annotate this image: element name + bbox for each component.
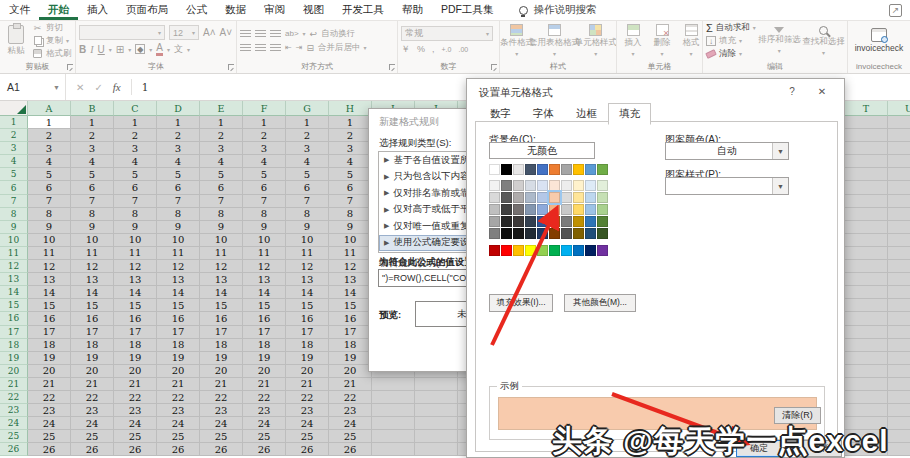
row-header-12[interactable]: 12 [0,260,28,273]
decrease-decimal-icon[interactable]: .00 [458,46,468,53]
autosum-button[interactable]: Σ自动求和▾ [706,22,756,34]
cell-B7[interactable]: 7 [71,195,114,208]
column-header-E[interactable]: E [200,101,243,116]
cell-T17[interactable] [845,326,888,339]
chevron-down-icon[interactable]: ▼ [772,178,788,194]
cell-B18[interactable]: 18 [71,339,114,352]
decrease-indent-icon[interactable]: ⇤ [285,43,292,52]
fill-color-icon[interactable]: ◆ [135,44,145,54]
cell-F20[interactable]: 20 [243,365,286,378]
color-swatch-D0CECE[interactable] [513,180,524,191]
color-swatch-161616[interactable] [513,228,524,239]
cell-G19[interactable]: 19 [286,352,329,365]
cell-C7[interactable]: 7 [114,195,157,208]
cell-G16[interactable]: 16 [286,312,329,325]
cell-D18[interactable]: 18 [157,339,200,352]
cell-J24[interactable] [415,417,458,430]
color-swatch-FFC000[interactable] [573,164,584,175]
cell-J26[interactable] [415,443,458,456]
name-box-dropdown-icon[interactable]: ▼ [53,84,60,91]
clipboard-launcher-icon[interactable] [67,64,73,70]
cell-T21[interactable] [845,378,888,391]
cell-G5[interactable]: 5 [286,168,329,181]
share-icon[interactable]: ↗ [889,4,902,17]
color-swatch-ACB9CA[interactable] [525,192,536,203]
cell-E10[interactable]: 10 [200,234,243,247]
row-header-11[interactable]: 11 [0,247,28,260]
cell-C19[interactable]: 19 [114,352,157,365]
cell-B22[interactable]: 22 [71,391,114,404]
cell-T7[interactable] [845,195,888,208]
cell-B15[interactable]: 15 [71,299,114,312]
cell-U19[interactable] [888,352,910,365]
cell-U2[interactable] [888,129,910,142]
cell-H16[interactable]: 16 [329,312,372,325]
cell-E13[interactable]: 13 [200,273,243,286]
color-swatch-FFC000[interactable] [513,245,524,256]
cell-F7[interactable]: 7 [243,195,286,208]
row-header-5[interactable]: 5 [0,168,28,181]
align-middle-icon[interactable] [255,30,266,37]
cell-T13[interactable] [845,273,888,286]
color-swatch-000000[interactable] [501,164,512,175]
cell-A19[interactable]: 19 [28,352,71,365]
cell-A3[interactable]: 3 [28,142,71,155]
cell-D17[interactable]: 17 [157,326,200,339]
cell-E2[interactable]: 2 [200,129,243,142]
cell-E26[interactable]: 26 [200,443,243,456]
cell-B13[interactable]: 13 [71,273,114,286]
cell-D7[interactable]: 7 [157,195,200,208]
cell-G24[interactable]: 24 [286,417,329,430]
cell-B14[interactable]: 14 [71,286,114,299]
cell-C12[interactable]: 12 [114,260,157,273]
color-swatch-262626[interactable] [501,216,512,227]
cell-T23[interactable] [845,404,888,417]
cell-D3[interactable]: 3 [157,142,200,155]
cell-D4[interactable]: 4 [157,155,200,168]
column-header-B[interactable]: B [71,101,114,116]
color-swatch-2F5496[interactable] [537,216,548,227]
cell-A21[interactable]: 21 [28,378,71,391]
cell-E20[interactable]: 20 [200,365,243,378]
name-box[interactable]: A1 ▼ [0,74,66,100]
underline-button[interactable]: U [98,44,105,55]
cell-I26[interactable] [372,443,415,456]
color-swatch-375623[interactable] [597,228,608,239]
increase-decimal-icon[interactable]: +.0 [442,46,452,53]
row-header-23[interactable]: 23 [0,404,28,417]
cell-A20[interactable]: 20 [28,365,71,378]
cell-H15[interactable]: 15 [329,299,372,312]
cell-A12[interactable]: 12 [28,260,71,273]
cell-I22[interactable] [372,391,415,404]
cell-U9[interactable] [888,221,910,234]
cell-E25[interactable]: 25 [200,430,243,443]
ribbon-tab-审阅[interactable]: 审阅 [255,0,294,20]
cell-D23[interactable]: 23 [157,404,200,417]
more-colors-button[interactable]: 其他颜色(M)... [564,294,636,312]
color-swatch-C00000[interactable] [489,245,500,256]
column-header-T[interactable]: T [845,101,888,116]
color-swatch-FFFF00[interactable] [525,245,536,256]
cell-H25[interactable]: 25 [329,430,372,443]
cell-T10[interactable] [845,234,888,247]
cell-F8[interactable]: 8 [243,208,286,221]
cell-F21[interactable]: 21 [243,378,286,391]
color-swatch-7B7B7B[interactable] [561,216,572,227]
column-header-U[interactable]: U [888,101,910,116]
cell-B2[interactable]: 2 [71,129,114,142]
cell-styles-button[interactable]: 单元格样式▾ [578,24,613,57]
cell-T20[interactable] [845,365,888,378]
chevron-down-icon[interactable]: ▼ [772,143,788,159]
color-swatch-D6DCE5[interactable] [525,180,536,191]
insert-function-icon[interactable]: fx [113,81,121,93]
row-header-25[interactable]: 25 [0,430,28,443]
cell-A25[interactable]: 25 [28,430,71,443]
cell-A8[interactable]: 8 [28,208,71,221]
color-swatch-FBE5D6[interactable] [549,180,560,191]
cell-U7[interactable] [888,195,910,208]
ribbon-tab-插入[interactable]: 插入 [78,0,117,20]
cell-H6[interactable]: 6 [329,181,372,194]
cell-D16[interactable]: 16 [157,312,200,325]
cell-G13[interactable]: 13 [286,273,329,286]
cell-U14[interactable] [888,286,910,299]
